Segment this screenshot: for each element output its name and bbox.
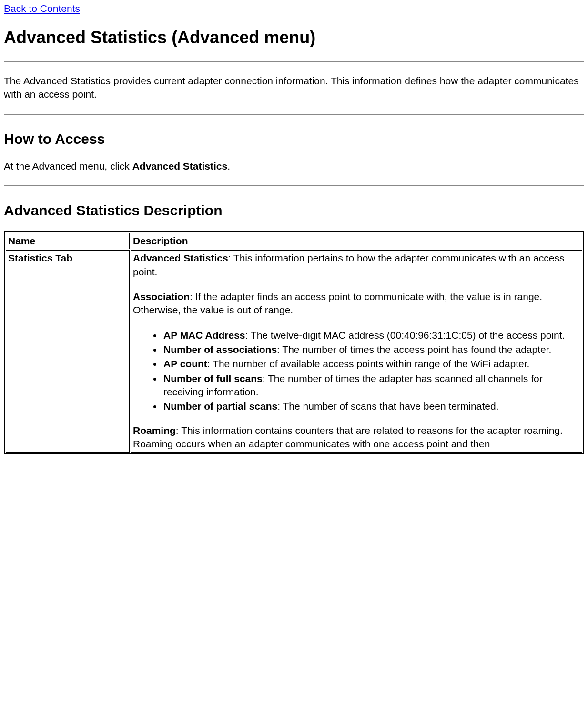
header-description: Description [131, 233, 582, 249]
bullet-term: Number of full scans [163, 373, 263, 384]
access-pre: At the Advanced menu, click [4, 161, 132, 171]
term-association-text: : If the adapter finds an access point t… [133, 291, 542, 315]
term-roaming-text: : This information contains counters tha… [133, 425, 563, 449]
bullet-list: AP MAC Address: The twelve-digit MAC add… [133, 329, 580, 413]
bullet-term: AP MAC Address [163, 330, 245, 341]
list-item: Number of partial scans: The number of s… [162, 400, 580, 413]
back-to-contents-link[interactable]: Back to Contents [4, 3, 80, 14]
row-name-cell: Statistics Tab [6, 250, 130, 452]
table-row: Statistics Tab Advanced Statistics: This… [6, 250, 582, 452]
page-title: Advanced Statistics (Advanced menu) [4, 28, 584, 48]
divider [4, 185, 584, 186]
divider [4, 61, 584, 62]
header-name: Name [6, 233, 130, 249]
bullet-term: Number of associations [163, 344, 277, 355]
how-to-access-text: At the Advanced menu, click Advanced Sta… [4, 160, 584, 173]
bullet-text: : The number of times the access point h… [277, 344, 551, 355]
desc-paragraph: Advanced Statistics: This information pe… [133, 251, 580, 279]
description-table: Name Description Statistics Tab Advanced… [4, 231, 584, 454]
access-post: . [227, 161, 230, 171]
description-heading: Advanced Statistics Description [4, 202, 584, 219]
intro-paragraph: The Advanced Statistics provides current… [4, 74, 584, 101]
divider [4, 114, 584, 115]
term-roaming: Roaming [133, 425, 176, 436]
bullet-text: : The number of scans that have been ter… [277, 401, 498, 412]
list-item: Number of associations: The number of ti… [162, 343, 580, 356]
list-item: Number of full scans: The number of time… [162, 372, 580, 399]
desc-paragraph: Roaming: This information contains count… [133, 424, 580, 451]
bullet-term: Number of partial scans [163, 401, 277, 412]
desc-paragraph: Association: If the adapter finds an acc… [133, 290, 580, 317]
term-association: Association [133, 291, 190, 302]
bullet-text: : The twelve-digit MAC address (00:40:96… [245, 330, 565, 341]
table-header-row: Name Description [6, 233, 582, 249]
how-to-access-heading: How to Access [4, 131, 584, 147]
bullet-term: AP count [163, 358, 207, 369]
list-item: AP MAC Address: The twelve-digit MAC add… [162, 329, 580, 342]
row-description-cell: Advanced Statistics: This information pe… [131, 250, 582, 452]
list-item: AP count: The number of available access… [162, 357, 580, 371]
bullet-text: : The number of available access points … [207, 358, 530, 369]
term-advanced-statistics: Advanced Statistics [133, 252, 228, 263]
access-bold: Advanced Statistics [132, 161, 228, 171]
